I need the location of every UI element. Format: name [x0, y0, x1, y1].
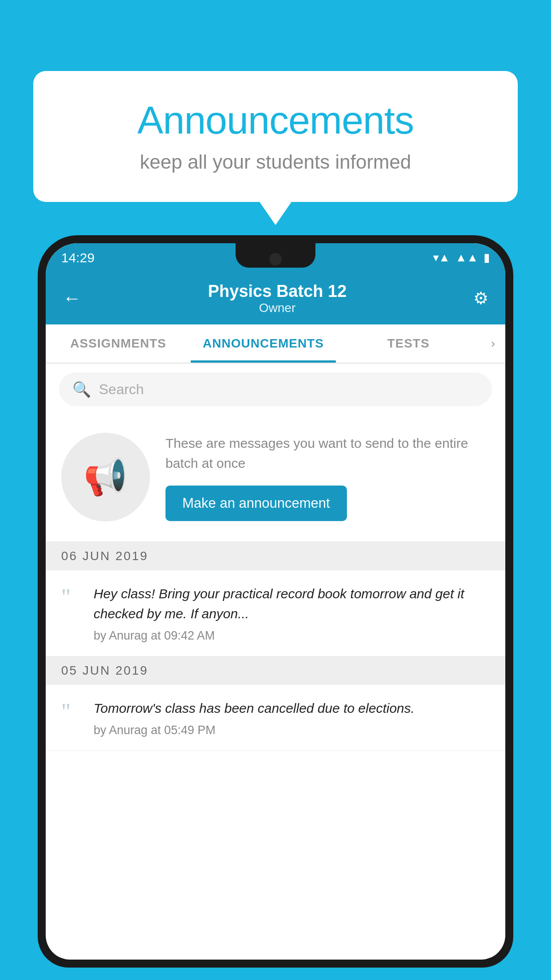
tab-more[interactable]: ›	[481, 324, 505, 363]
signal-icon: ▲▲	[456, 251, 478, 265]
date-label-1: 06 JUN 2019	[61, 549, 148, 563]
search-bar[interactable]: 🔍 Search	[59, 372, 492, 406]
announcement-item-2[interactable]: " Tomorrow's class has been cancelled du…	[46, 685, 505, 751]
quote-icon-2: "	[61, 700, 81, 723]
speech-bubble: Announcements keep all your students inf…	[33, 71, 518, 202]
announcement-text-1: Hey class! Bring your practical record b…	[94, 584, 490, 624]
tab-announcements[interactable]: ANNOUNCEMENTS	[191, 324, 336, 363]
announcement-prompt: 📢 These are messages you want to send to…	[46, 415, 505, 542]
app-header: ← Physics Batch 12 Owner ⚙	[46, 272, 505, 324]
megaphone-icon: 📢	[83, 456, 128, 498]
announcement-description: These are messages you want to send to t…	[165, 433, 490, 473]
phone-mockup: 14:29 ▾▲ ▲▲ ▮ ← Physics Batch 12 Owner ⚙	[38, 235, 513, 980]
announcement-item-1[interactable]: " Hey class! Bring your practical record…	[46, 570, 505, 656]
announcement-meta-2: by Anurag at 05:49 PM	[94, 723, 490, 737]
speech-bubble-section: Announcements keep all your students inf…	[33, 71, 518, 202]
search-icon: 🔍	[72, 380, 91, 398]
announcement-right: These are messages you want to send to t…	[165, 433, 490, 521]
announcement-icon-circle: 📢	[61, 433, 150, 522]
header-title: Physics Batch 12	[208, 282, 347, 301]
make-announcement-button[interactable]: Make an announcement	[165, 486, 347, 521]
date-label-2: 05 JUN 2019	[61, 664, 148, 677]
settings-icon[interactable]: ⚙	[473, 288, 488, 308]
phone-camera	[269, 253, 282, 265]
search-placeholder: Search	[99, 381, 144, 398]
tab-assignments[interactable]: ASSIGNMENTS	[46, 324, 191, 363]
announcement-content-1: Hey class! Bring your practical record b…	[94, 584, 490, 643]
date-separator-1: 06 JUN 2019	[46, 542, 505, 570]
wifi-icon: ▾▲	[433, 251, 450, 265]
phone-outer: 14:29 ▾▲ ▲▲ ▮ ← Physics Batch 12 Owner ⚙	[38, 235, 513, 968]
battery-icon: ▮	[484, 251, 490, 265]
status-icons: ▾▲ ▲▲ ▮	[433, 251, 490, 265]
speech-bubble-title: Announcements	[64, 98, 487, 143]
phone-notch	[236, 243, 315, 268]
header-center: Physics Batch 12 Owner	[208, 282, 347, 315]
announcement-meta-1: by Anurag at 09:42 AM	[94, 629, 490, 643]
date-separator-2: 05 JUN 2019	[46, 656, 505, 685]
quote-icon-1: "	[61, 586, 81, 609]
phone-screen: 14:29 ▾▲ ▲▲ ▮ ← Physics Batch 12 Owner ⚙	[46, 243, 505, 960]
back-button[interactable]: ←	[63, 288, 81, 309]
search-container: 🔍 Search	[46, 364, 505, 415]
header-subtitle: Owner	[208, 301, 347, 315]
speech-bubble-subtitle: keep all your students informed	[64, 151, 487, 173]
announcement-text-2: Tomorrow's class has been cancelled due …	[94, 698, 490, 718]
announcement-content-2: Tomorrow's class has been cancelled due …	[94, 698, 490, 737]
status-time: 14:29	[61, 250, 94, 265]
tabs-container: ASSIGNMENTS ANNOUNCEMENTS TESTS ›	[46, 324, 505, 364]
tab-tests[interactable]: TESTS	[336, 324, 481, 363]
